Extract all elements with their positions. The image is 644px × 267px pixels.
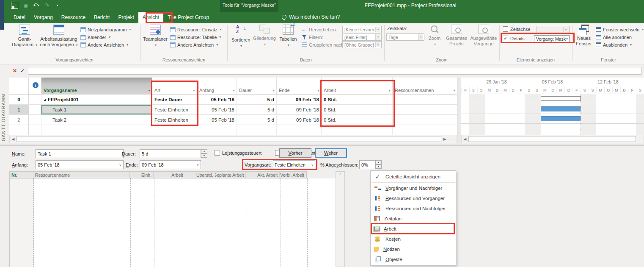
menu-item-kosten[interactable]: Kosten: [371, 234, 456, 244]
hervorheben-control[interactable]: Hervorheben:: [302, 26, 337, 33]
task-bar[interactable]: [541, 116, 581, 121]
filtern-dropdown[interactable]: [Kein Filter]▾: [342, 33, 382, 41]
dauer-spinner[interactable]: ▲▼: [201, 149, 207, 158]
tab-ressource[interactable]: Ressource: [57, 12, 90, 23]
sortieren-button[interactable]: AZ Sortieren▾: [230, 25, 252, 49]
column-header-dauer[interactable]: Dauer▼: [237, 78, 277, 94]
cell-anfang[interactable]: 05 Feb '18: [197, 115, 237, 125]
hervorheben-dropdown[interactable]: [Keine Hervorh▾: [342, 26, 382, 33]
cell-art[interactable]: Feste Einheiten: [152, 115, 197, 125]
timescale-header[interactable]: 29 Jan '1805 Feb '1812 Feb '18FSSMDMDFSS…: [461, 78, 644, 94]
vorher-button[interactable]: Vorher: [279, 148, 311, 158]
cell-art[interactable]: Feste Einheiten: [152, 105, 197, 114]
cell-num[interactable]: 2: [9, 115, 29, 125]
form-vertical-scrollbar[interactable]: ⌃: [336, 171, 345, 267]
menu-item-vorgaenger-und-nachfolger[interactable]: Vorgänger und Nachfolger: [371, 183, 456, 193]
cell-num[interactable]: 1: [9, 105, 29, 114]
cell-dauer[interactable]: 5 d: [237, 115, 277, 125]
cell-name[interactable]: FEProjekt001: [41, 95, 152, 104]
table-row[interactable]: 2Task 2Feste Einheiten05 Feb '185 d09 Fe…: [9, 115, 457, 125]
kalender-button[interactable]: Kalender▾: [80, 33, 110, 41]
vorgangsart-combo[interactable]: Feste Einheiten˅: [273, 160, 315, 169]
menu-item-arbeit[interactable]: Arbeit: [371, 224, 456, 234]
cell-dauer[interactable]: 5 d: [237, 95, 277, 104]
entry-field[interactable]: [28, 67, 641, 75]
dauer-input[interactable]: 5 d: [140, 149, 201, 158]
gliederung-button[interactable]: Gliederung▾: [253, 25, 276, 47]
arbeitsauslastung-button[interactable]: Arbeitsauslastung nach Vorgängen ▾: [39, 25, 79, 48]
cell-info[interactable]: [29, 105, 41, 114]
form-column-header[interactable]: Einh.: [130, 172, 154, 178]
andere-ansichten-ressource-button[interactable]: Andere Ansichten▾: [170, 41, 218, 48]
cell-ende[interactable]: 09 Feb '18: [277, 115, 322, 125]
scrollbar-thumb[interactable]: [17, 136, 441, 142]
cell-anfang[interactable]: 05 Feb '18: [197, 95, 237, 104]
cell-ende[interactable]: 09 Feb '18: [277, 105, 322, 114]
column-header-ressourcennamen[interactable]: Ressourcennamen▼: [393, 78, 457, 94]
zeitachse-checkbox[interactable]: Zeitachse: [503, 26, 531, 32]
cell-art[interactable]: Feste Dauer: [152, 95, 197, 104]
cell-name[interactable]: Task 1: [41, 105, 152, 114]
undo-icon[interactable]: ↶▾: [33, 2, 39, 8]
name-input[interactable]: Task 1: [36, 149, 124, 158]
column-header-arbeit[interactable]: Arbeit▼: [322, 78, 393, 94]
redo-icon[interactable]: ↷: [44, 2, 50, 8]
cell-info[interactable]: [29, 95, 41, 104]
tab-ansicht[interactable]: Ansicht: [138, 12, 163, 23]
cell-arbeit[interactable]: 0 Std.: [322, 105, 393, 114]
scroll-up-icon[interactable]: ⌃: [336, 172, 344, 178]
cell-anfang[interactable]: 05 Feb '18: [197, 105, 237, 114]
table-chart-splitter[interactable]: [457, 78, 461, 143]
cell-info[interactable]: [29, 115, 41, 125]
ausblenden-button[interactable]: Ausblenden▾: [596, 41, 632, 48]
netzplandiagramm-button[interactable]: Netzplandiagramm▾: [80, 26, 131, 33]
ressource-tabelle-button[interactable]: Ressource: Tabelle▾: [170, 33, 221, 41]
form-column-header[interactable]: Arbeit: [154, 172, 185, 178]
qat-customize-icon[interactable]: ▾: [54, 2, 61, 8]
table-row[interactable]: 0FEProjekt001Feste Dauer05 Feb '185 d09 …: [9, 95, 457, 105]
filtern-control[interactable]: Filtern:: [302, 33, 323, 41]
zeitskala-dropdown[interactable]: Tage▾: [386, 33, 424, 41]
zoom-button[interactable]: Zoom▾: [426, 25, 443, 47]
gruppieren-dropdown[interactable]: [Ohne Gruppe]▾: [342, 41, 382, 48]
alle-anordnen-button[interactable]: Alle anordnen: [596, 33, 632, 41]
column-header-art[interactable]: Art▼: [152, 78, 197, 94]
cell-num[interactable]: 0: [9, 95, 29, 104]
weiter-button[interactable]: Weiter: [315, 148, 347, 158]
ende-combo[interactable]: 09 Feb '18˅: [140, 160, 201, 169]
gesamtes-projekt-button[interactable]: Gesamtes Projekt: [443, 25, 470, 46]
expand-triangle-icon[interactable]: [44, 98, 46, 101]
cell-ress[interactable]: [393, 105, 457, 114]
cell-ress[interactable]: [393, 115, 457, 125]
menu-item-zeitplan[interactable]: Zeitplan: [371, 214, 456, 224]
leistungsgesteuert-checkbox[interactable]: Leistungsgesteuert: [215, 150, 261, 156]
form-column-header[interactable]: Ressourcenname: [33, 172, 130, 178]
summary-bar[interactable]: [541, 96, 581, 101]
zeitachse-dropdown[interactable]: ▾: [537, 26, 570, 33]
cancel-entry-icon[interactable]: ✕: [11, 67, 18, 75]
column-header-vorgangsname[interactable]: Vorgangsname▼: [41, 78, 152, 94]
tab-vorgang[interactable]: Vorgang: [30, 12, 57, 23]
form-column-header[interactable]: Geplante Arbeit: [215, 172, 246, 178]
abgeschlossen-input[interactable]: 0%: [359, 160, 375, 169]
form-column-header[interactable]: Akt. Arbeit: [246, 172, 280, 178]
column-header-anfang[interactable]: Anfang▼: [197, 78, 237, 94]
save-icon[interactable]: [11, 2, 18, 9]
tab-bericht[interactable]: Bericht: [90, 12, 114, 23]
ressource-einsatz-button[interactable]: Ressource: Einsatz▾: [170, 26, 222, 33]
tab-the-project-group[interactable]: The Project Group: [163, 12, 213, 23]
scroll-right-icon[interactable]: ▶: [441, 135, 448, 143]
ausgewaehlte-vorgaenge-button[interactable]: Ausgewählte Vorgänge: [470, 25, 498, 46]
details-checkbox[interactable]: ✓ Details: [503, 36, 525, 41]
chart-horizontal-scrollbar[interactable]: ◀: [461, 135, 644, 143]
form-column-header[interactable]: Verbl. Arbeit: [280, 172, 306, 178]
form-column-header[interactable]: Überstd.: [185, 172, 215, 178]
menu-item-ressourcen-und-vorgaenger[interactable]: Ressourcen und Vorgänger: [371, 193, 456, 203]
tab-projekt[interactable]: Projekt: [114, 12, 138, 23]
fenster-wechseln-button[interactable]: Fenster wechseln▾: [596, 26, 644, 33]
neues-fenster-button[interactable]: Neues Fenster: [574, 25, 594, 46]
andere-ansichten-button[interactable]: Andere Ansichten▾: [80, 41, 128, 48]
cell-arbeit[interactable]: 0 Std.: [322, 95, 393, 104]
tab-datei[interactable]: Datei: [9, 12, 30, 23]
scrollbar-thumb[interactable]: [468, 136, 636, 142]
